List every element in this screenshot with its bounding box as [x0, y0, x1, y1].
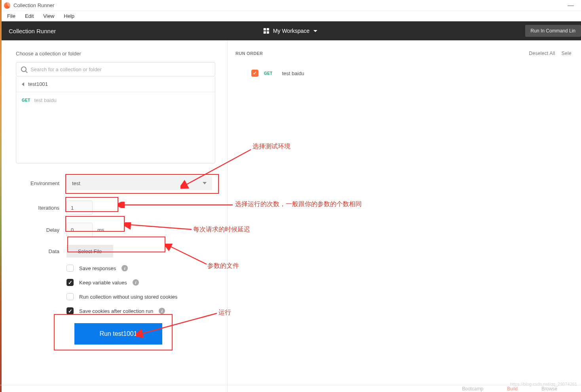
choose-collection-label: Choose a collection or folder	[16, 51, 215, 57]
run-order-header: RUN ORDER Deselect All Sele	[235, 51, 572, 56]
topbar: Collection Runner My Workspace Run In Co…	[0, 21, 581, 40]
select-all-button[interactable]: Sele	[562, 51, 572, 56]
collection-back-row[interactable]: test1001	[16, 76, 215, 92]
workspace-selector[interactable]: My Workspace	[264, 28, 317, 34]
iterations-label: Iterations	[16, 205, 66, 211]
collection-list: test1001 GET test baidu	[16, 76, 215, 163]
search-icon	[21, 66, 27, 72]
info-icon[interactable]: i	[122, 265, 128, 271]
save-cookies-checkbox[interactable]	[66, 307, 74, 314]
deselect-all-button[interactable]: Deselect All	[529, 51, 555, 56]
environment-label: Environment	[16, 180, 66, 186]
minimize-button[interactable]: —	[564, 2, 577, 9]
no-cookies-label: Run collection without using stored cook…	[79, 294, 178, 300]
titlebar-text: Collection Runner	[13, 2, 54, 8]
delay-label: Delay	[16, 227, 66, 233]
info-icon[interactable]: i	[133, 279, 139, 286]
collection-name: test1001	[28, 81, 48, 87]
build-link[interactable]: Build	[507, 386, 518, 392]
workspace-name: My Workspace	[273, 28, 309, 34]
delay-input[interactable]	[66, 223, 93, 237]
bottom-bar: Bootcamp Build Browse	[0, 385, 581, 392]
menu-help[interactable]: Help	[60, 12, 78, 20]
delay-unit: ms	[97, 227, 104, 233]
run-collection-button[interactable]: Run test1001	[74, 323, 162, 345]
request-name: test baidu	[282, 70, 304, 76]
bootcamp-link[interactable]: Bootcamp	[462, 386, 483, 392]
chevron-down-icon	[313, 30, 317, 32]
topbar-title: Collection Runner	[9, 28, 56, 34]
request-row[interactable]: GET test baidu	[16, 92, 215, 108]
search-input[interactable]	[30, 66, 210, 72]
method-badge: GET	[264, 71, 272, 76]
save-cookies-label: Save cookies after collection run	[79, 308, 153, 314]
info-icon[interactable]: i	[159, 308, 165, 314]
no-cookies-checkbox[interactable]	[66, 293, 74, 300]
method-badge: GET	[22, 98, 30, 102]
environment-value: test	[72, 180, 80, 186]
postman-icon	[4, 2, 10, 9]
collection-search[interactable]	[16, 62, 215, 76]
save-responses-checkbox[interactable]	[66, 265, 74, 272]
keep-vars-checkbox[interactable]	[66, 279, 74, 286]
chevron-left-icon	[22, 82, 24, 86]
menu-file[interactable]: File	[3, 12, 19, 20]
iterations-input[interactable]	[66, 201, 93, 215]
window-titlebar: Collection Runner —	[0, 0, 581, 11]
right-panel: RUN ORDER Deselect All Sele GET test bai…	[228, 40, 581, 392]
request-checkbox[interactable]	[251, 70, 258, 77]
environment-select[interactable]: test	[66, 176, 212, 190]
select-file-button[interactable]: Select File	[66, 245, 113, 258]
keep-vars-label: Keep variable values	[79, 280, 127, 286]
run-order-item[interactable]: GET test baidu	[235, 70, 572, 77]
browse-link[interactable]: Browse	[541, 386, 557, 392]
chevron-down-icon	[203, 182, 207, 184]
menu-edit[interactable]: Edit	[21, 12, 38, 20]
menubar: File Edit View Help	[0, 11, 581, 21]
request-name: test baidu	[34, 97, 56, 103]
data-label: Data	[16, 248, 66, 254]
left-panel: Choose a collection or folder test1001 G…	[0, 40, 228, 392]
save-responses-label: Save responses	[79, 265, 116, 271]
grid-icon	[264, 28, 269, 34]
menu-view[interactable]: View	[39, 12, 58, 20]
run-cmd-line-button[interactable]: Run In Command Lin	[525, 25, 581, 37]
run-order-label: RUN ORDER	[235, 51, 263, 56]
